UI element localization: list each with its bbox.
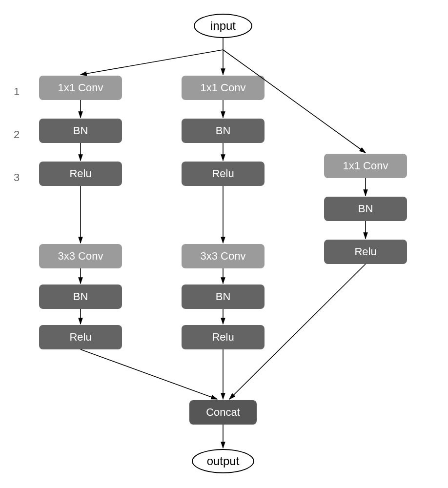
b1-conv2: 3x3 Conv bbox=[39, 244, 122, 268]
b2-relu2-label: Relu bbox=[212, 331, 234, 344]
b1-relu2: Relu bbox=[39, 325, 122, 349]
b1-bn2-label: BN bbox=[73, 290, 88, 303]
row-label-2: 2 bbox=[14, 128, 20, 141]
b3-relu1-label: Relu bbox=[354, 245, 376, 258]
b2-conv1-label: 1x1 Conv bbox=[201, 81, 246, 94]
b2-bn1: BN bbox=[182, 119, 265, 143]
b2-relu1-label: Relu bbox=[212, 167, 234, 180]
input-label: input bbox=[210, 19, 236, 33]
b1-bn1-label: BN bbox=[73, 124, 88, 137]
b1-bn2: BN bbox=[39, 285, 122, 309]
b1-bn1: BN bbox=[39, 119, 122, 143]
b1-conv1: 1x1 Conv bbox=[39, 76, 122, 100]
row-label-1: 1 bbox=[14, 85, 20, 98]
concat-label: Concat bbox=[206, 406, 240, 419]
b2-relu1: Relu bbox=[182, 162, 265, 186]
b3-bn1: BN bbox=[324, 197, 407, 221]
b3-conv1: 1x1 Conv bbox=[324, 154, 407, 178]
b1-relu2-label: Relu bbox=[69, 331, 91, 344]
output-label: output bbox=[207, 454, 240, 468]
concat-node: Concat bbox=[189, 400, 257, 425]
b1-conv2-label: 3x3 Conv bbox=[58, 250, 103, 263]
b2-relu2: Relu bbox=[182, 325, 265, 349]
b2-conv1: 1x1 Conv bbox=[182, 76, 265, 100]
b1-relu1-label: Relu bbox=[69, 167, 91, 180]
b1-relu1: Relu bbox=[39, 162, 122, 186]
row-label-3: 3 bbox=[14, 171, 20, 184]
svg-line-16 bbox=[81, 349, 217, 399]
svg-line-1 bbox=[81, 50, 223, 75]
b2-bn2: BN bbox=[182, 285, 265, 309]
b2-bn1-label: BN bbox=[216, 124, 231, 137]
b3-bn1-label: BN bbox=[358, 203, 373, 215]
b3-conv1-label: 1x1 Conv bbox=[343, 160, 388, 172]
b3-relu1: Relu bbox=[324, 240, 407, 264]
output-node: output bbox=[192, 449, 254, 473]
b1-conv1-label: 1x1 Conv bbox=[58, 81, 103, 94]
b2-conv2: 3x3 Conv bbox=[182, 244, 265, 268]
input-node: input bbox=[194, 14, 252, 38]
b2-conv2-label: 3x3 Conv bbox=[201, 250, 246, 263]
b2-bn2-label: BN bbox=[216, 290, 231, 303]
